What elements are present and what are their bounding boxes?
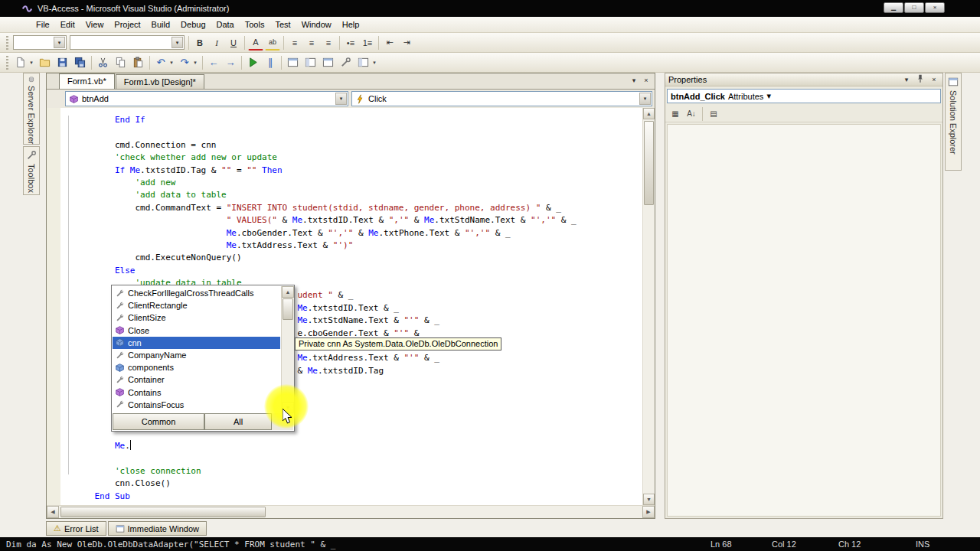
- align-right-button[interactable]: ≡: [321, 35, 336, 51]
- properties-object-dropdown[interactable]: btnAdd_Click Attributes ▾: [667, 89, 941, 103]
- save-all-button[interactable]: [72, 55, 88, 70]
- intellisense-item[interactable]: cnn: [113, 337, 280, 349]
- properties-grid[interactable]: [667, 124, 941, 517]
- intellisense-item[interactable]: ContainsFocus: [113, 399, 280, 411]
- intellisense-item[interactable]: Contains: [113, 386, 280, 399]
- redo-dropdown[interactable]: ▾: [191, 55, 199, 70]
- window-position-dropdown[interactable]: ▾: [901, 76, 912, 83]
- horizontal-scrollbar[interactable]: ◀ ▶: [47, 505, 655, 518]
- save-button[interactable]: [54, 55, 70, 70]
- intellisense-item[interactable]: Container: [113, 373, 280, 386]
- close-document-button[interactable]: ×: [641, 77, 652, 84]
- align-center-button[interactable]: ≡: [304, 35, 319, 51]
- scroll-up-icon[interactable]: ▲: [643, 108, 655, 119]
- bullet-list-button[interactable]: •≡: [343, 35, 358, 51]
- break-all-button[interactable]: ∥: [263, 55, 278, 70]
- new-item-dropdown[interactable]: ▾: [28, 55, 35, 70]
- underline-button[interactable]: U: [226, 35, 241, 51]
- chevron-down-icon[interactable]: ▾: [335, 93, 347, 105]
- highlight-button[interactable]: ab: [265, 35, 280, 51]
- copy-button[interactable]: [113, 55, 129, 70]
- navigate-forward-button[interactable]: →: [223, 55, 238, 70]
- object-browser-button[interactable]: [320, 55, 336, 70]
- bottom-tab-immediate-window[interactable]: Immediate Window: [108, 521, 207, 536]
- intellisense-item[interactable]: ClientSize: [113, 311, 280, 324]
- categorized-button[interactable]: ▦: [668, 107, 683, 121]
- object-dropdown[interactable]: btnAdd ▾: [65, 91, 348, 106]
- text-color-button[interactable]: A: [248, 35, 263, 51]
- intellisense-item[interactable]: ClientRectangle: [113, 299, 280, 311]
- document-tab-form1-vb--design--[interactable]: Form1.vb [Design]*: [116, 74, 204, 89]
- error-list-button[interactable]: [355, 55, 371, 70]
- menu-build[interactable]: Build: [146, 18, 175, 31]
- minimize-button[interactable]: ▁: [884, 2, 903, 13]
- numbered-list-button[interactable]: 1≡: [360, 35, 375, 51]
- side-tab-solution-explorer[interactable]: Solution Explorer: [945, 73, 962, 171]
- scroll-up-icon[interactable]: ▲: [282, 286, 294, 298]
- alphabetical-button[interactable]: A↓: [684, 107, 699, 121]
- active-files-dropdown[interactable]: ▾: [629, 77, 639, 84]
- menu-help[interactable]: Help: [337, 18, 365, 31]
- close-panel-button[interactable]: ×: [929, 76, 939, 83]
- toolbox-button[interactable]: [338, 55, 354, 70]
- style-combo[interactable]: ▾: [13, 35, 67, 50]
- chevron-down-icon[interactable]: ▾: [639, 93, 651, 105]
- chevron-down-icon[interactable]: ▾: [54, 37, 65, 48]
- paste-button[interactable]: [130, 55, 146, 70]
- scroll-right-icon[interactable]: ▶: [642, 506, 655, 518]
- menu-test[interactable]: Test: [270, 18, 296, 31]
- redo-button[interactable]: ↷: [177, 55, 192, 70]
- bold-button[interactable]: B: [192, 35, 207, 51]
- solution-explorer-button[interactable]: [285, 55, 301, 70]
- toolbar-separator: [241, 56, 242, 70]
- italic-button[interactable]: I: [209, 35, 224, 51]
- undo-button[interactable]: ↶: [153, 55, 168, 70]
- event-dropdown[interactable]: Click ▾: [351, 91, 652, 106]
- intellisense-item[interactable]: CheckForIllegalCrossThreadCalls: [113, 287, 280, 299]
- menu-file[interactable]: File: [31, 18, 55, 31]
- menu-edit[interactable]: Edit: [55, 18, 80, 31]
- menu-window[interactable]: Window: [296, 18, 337, 31]
- intellisense-item[interactable]: CompanyName: [113, 349, 280, 361]
- font-combo[interactable]: ▾: [70, 35, 185, 50]
- scroll-left-icon[interactable]: ◀: [47, 506, 59, 518]
- intellisense-tab-all[interactable]: All: [204, 413, 272, 430]
- undo-dropdown[interactable]: ▾: [168, 55, 175, 70]
- vertical-scrollbar[interactable]: ▲ ▼: [642, 108, 655, 505]
- cut-button[interactable]: [95, 55, 111, 70]
- menu-data[interactable]: Data: [211, 18, 240, 31]
- bottom-tab-error-list[interactable]: ⚠Error List: [46, 521, 106, 536]
- start-debugging-button[interactable]: [245, 55, 261, 70]
- intellisense-item-label: Close: [128, 326, 149, 335]
- chevron-down-icon[interactable]: ▾: [172, 37, 183, 48]
- status-message: Dim da As New OleDb.OleDbDataAdapter("SE…: [6, 540, 335, 549]
- document-tab-form1-vb-[interactable]: Form1.vb*: [59, 73, 115, 89]
- increase-indent-button[interactable]: ⇥: [399, 35, 414, 51]
- intellisense-scroll-thumb[interactable]: [283, 298, 293, 320]
- auto-hide-pin-button[interactable]: [915, 74, 926, 85]
- decrease-indent-button[interactable]: ⇤: [382, 35, 397, 51]
- chevron-down-icon[interactable]: ▾: [766, 91, 771, 101]
- menu-tools[interactable]: Tools: [240, 18, 270, 31]
- menu-debug[interactable]: Debug: [175, 18, 211, 31]
- side-tab-server-explorer[interactable]: Server Explorer: [23, 73, 40, 145]
- maximize-button[interactable]: □: [904, 2, 924, 13]
- save-all-icon: [74, 57, 86, 68]
- intellisense-item[interactable]: Close: [113, 324, 280, 337]
- horizontal-scroll-thumb[interactable]: [60, 507, 266, 517]
- align-left-button[interactable]: ≡: [287, 35, 302, 51]
- open-file-button[interactable]: [37, 55, 53, 70]
- properties-window-button[interactable]: [302, 55, 318, 70]
- navigate-backward-button[interactable]: ←: [206, 55, 221, 70]
- new-project-button[interactable]: [12, 55, 28, 70]
- menu-view[interactable]: View: [80, 18, 109, 31]
- intellisense-item[interactable]: components: [113, 361, 280, 373]
- menu-project[interactable]: Project: [109, 18, 145, 31]
- scroll-down-icon[interactable]: ▼: [643, 494, 655, 505]
- property-pages-button[interactable]: ▤: [706, 107, 721, 121]
- vertical-scroll-thumb[interactable]: [644, 121, 654, 205]
- toolbar-options-button[interactable]: ▾: [371, 55, 378, 70]
- intellisense-tab-common[interactable]: Common: [113, 413, 204, 430]
- side-tab-toolbox[interactable]: Toolbox: [23, 146, 40, 195]
- close-button[interactable]: ×: [925, 2, 945, 13]
